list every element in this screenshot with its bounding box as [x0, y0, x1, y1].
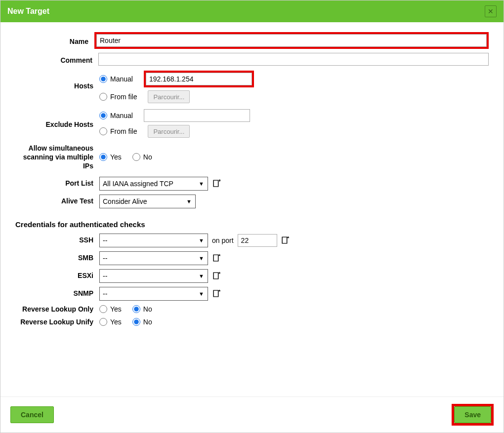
no-text-1: No [143, 153, 152, 161]
name-label: Name [15, 35, 94, 46]
dialog-titlebar: New Target ✕ [0, 0, 504, 22]
exclude-fromfile-radio-label[interactable]: From file [99, 127, 137, 135]
esxi-select[interactable]: -- [99, 269, 208, 283]
hosts-manual-radio-label[interactable]: Manual [99, 75, 133, 83]
hosts-manual-input[interactable] [146, 73, 252, 85]
hosts-fromfile-radio[interactable] [99, 93, 107, 101]
allow-yes-label[interactable]: Yes [99, 153, 122, 161]
comment-input[interactable] [98, 53, 489, 66]
reverse-lookup-unify-label: Reverse Lookup Unify [15, 317, 99, 326]
hosts-label: Hosts [15, 71, 99, 90]
ssh-port-input[interactable] [238, 234, 277, 247]
rlu-no-label[interactable]: No [132, 318, 152, 326]
hosts-manual-radio[interactable] [99, 75, 107, 83]
new-snmp-cred-icon[interactable]: ★ [212, 289, 221, 298]
esxi-label: ESXi [15, 271, 99, 280]
save-button[interactable]: Save [454, 406, 491, 423]
yes-text-1: Yes [110, 153, 122, 161]
hosts-file-browse-button[interactable]: Parcourir... [148, 90, 190, 103]
allow-simultaneous-label: Allow simultaneous scanning via multiple… [15, 144, 99, 171]
svg-text:★: ★ [217, 289, 220, 293]
yes-text-3: Yes [110, 318, 122, 326]
yes-text-2: Yes [110, 305, 122, 313]
close-button[interactable]: ✕ [485, 5, 497, 17]
no-text-2: No [143, 305, 152, 313]
svg-text:★: ★ [217, 272, 220, 275]
new-port-list-icon[interactable]: ★ [212, 179, 221, 188]
alive-test-label: Alive Test [15, 197, 99, 205]
name-input[interactable] [96, 34, 487, 47]
hosts-fromfile-radio-label[interactable]: From file [99, 93, 137, 101]
dialog-footer: Cancel Save [0, 396, 504, 433]
comment-label: Comment [15, 54, 98, 65]
allow-no-label[interactable]: No [132, 153, 152, 161]
smb-select[interactable]: -- [99, 251, 208, 265]
reverse-lookup-only-label: Reverse Lookup Only [15, 305, 99, 314]
no-text-3: No [143, 318, 152, 326]
rlo-no-radio[interactable] [132, 305, 140, 313]
exclude-fromfile-text: From file [110, 127, 137, 135]
form-content: Name Comment Hosts Manual [0, 22, 504, 396]
snmp-label: SNMP [15, 289, 99, 298]
manual-text: Manual [110, 75, 133, 83]
smb-label: SMB [15, 253, 99, 262]
new-smb-cred-icon[interactable]: ★ [212, 254, 221, 263]
svg-text:★: ★ [287, 236, 290, 239]
close-icon: ✕ [488, 7, 494, 15]
rlo-yes-label[interactable]: Yes [99, 305, 122, 313]
exclude-manual-radio[interactable] [99, 112, 107, 119]
rlo-yes-radio[interactable] [99, 305, 107, 313]
on-port-label: on port [212, 236, 234, 244]
exclude-manual-text: Manual [110, 112, 133, 119]
rlo-no-label[interactable]: No [132, 305, 152, 313]
ssh-select[interactable]: -- [99, 234, 208, 247]
fromfile-text: From file [110, 93, 137, 101]
rlu-yes-label[interactable]: Yes [99, 318, 122, 326]
alive-test-select[interactable]: Consider Alive [99, 195, 196, 208]
allow-yes-radio[interactable] [99, 153, 107, 161]
allow-no-radio[interactable] [132, 153, 140, 161]
exclude-file-browse-button[interactable]: Parcourir... [148, 125, 190, 138]
cancel-button[interactable]: Cancel [10, 406, 54, 423]
new-ssh-cred-icon[interactable]: ★ [281, 236, 290, 245]
port-list-label: Port List [15, 179, 99, 188]
credentials-section-title: Credentials for authenticated checks [15, 220, 489, 229]
ssh-label: SSH [15, 236, 99, 244]
svg-text:★: ★ [217, 254, 220, 257]
svg-text:★: ★ [218, 179, 220, 182]
new-esxi-cred-icon[interactable]: ★ [212, 272, 221, 280]
rlu-yes-radio[interactable] [99, 318, 107, 326]
rlu-no-radio[interactable] [132, 318, 140, 326]
port-list-select[interactable]: All IANA assigned TCP [99, 177, 208, 191]
exclude-manual-radio-label[interactable]: Manual [99, 112, 133, 119]
dialog-title: New Target [7, 7, 49, 16]
exclude-fromfile-radio[interactable] [99, 127, 107, 135]
exclude-hosts-label: Exclude Hosts [15, 109, 99, 129]
snmp-select[interactable]: -- [99, 287, 208, 301]
exclude-hosts-input[interactable] [144, 109, 250, 122]
